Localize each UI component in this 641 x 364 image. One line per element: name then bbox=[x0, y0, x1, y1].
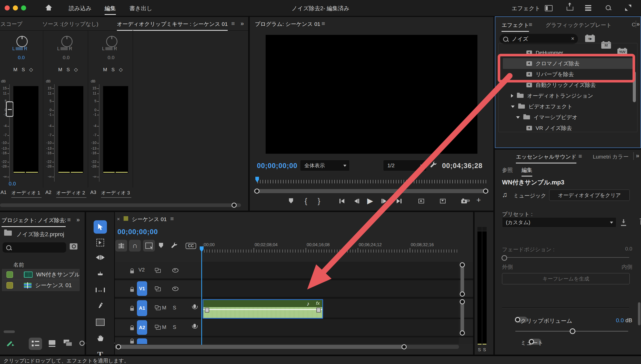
pan-knob[interactable] bbox=[106, 36, 117, 47]
project-item-audio[interactable]: WN付きサンプル bbox=[2, 269, 79, 280]
rubber-band-handle-left[interactable] bbox=[205, 308, 209, 313]
subtab-browse[interactable]: 参照 bbox=[502, 167, 513, 174]
program-mini-ruler[interactable] bbox=[257, 180, 488, 183]
lock-icon[interactable] bbox=[130, 308, 134, 311]
folder-up-icon[interactable] bbox=[4, 231, 12, 236]
accelerated-effects-filter-icon[interactable]: ≡▶ bbox=[585, 35, 595, 42]
icon-view-button[interactable] bbox=[49, 340, 55, 345]
audio-tracks-scrollbar[interactable] bbox=[460, 299, 464, 336]
extract-icon[interactable] bbox=[440, 199, 446, 203]
program-panel-menu-icon[interactable]: ≡ bbox=[322, 20, 325, 27]
add-marker-icon[interactable] bbox=[289, 198, 293, 203]
chevron-down-icon[interactable] bbox=[516, 116, 520, 119]
transport-overflow-icon[interactable]: » bbox=[467, 197, 470, 204]
clip-volume-value[interactable]: 0.0 dB bbox=[616, 317, 632, 324]
clear-audio-type-button[interactable]: オーディオタイプをクリア bbox=[549, 190, 630, 201]
step-back-icon[interactable] bbox=[354, 199, 359, 203]
source-patch-badge[interactable]: A3 bbox=[137, 338, 147, 344]
label-color-swatch[interactable] bbox=[6, 282, 13, 289]
go-to-in-icon[interactable] bbox=[339, 199, 344, 203]
step-forward-icon[interactable] bbox=[382, 199, 386, 203]
effect-item-8[interactable]: VR ノイズ除去 bbox=[503, 123, 633, 132]
lift-icon[interactable] bbox=[418, 199, 424, 203]
sync-lock-icon[interactable] bbox=[156, 287, 161, 291]
zoom-handle-right[interactable] bbox=[402, 344, 407, 349]
mark-out-icon[interactable]: } bbox=[318, 197, 320, 205]
rectangle-tool[interactable] bbox=[86, 319, 114, 326]
track-select-forward-tool[interactable] bbox=[86, 239, 114, 246]
workspace-label[interactable]: エフェクト bbox=[512, 5, 540, 12]
chevron-right-icon[interactable] bbox=[511, 94, 513, 98]
mute-button[interactable]: M bbox=[13, 67, 18, 72]
item-label[interactable]: シーケンス 01 bbox=[35, 282, 72, 289]
program-timecode[interactable]: 00;00;00;00 bbox=[257, 162, 297, 170]
keyframe-icon[interactable] bbox=[29, 67, 34, 72]
tab-lumetri-color[interactable]: Lumetri カラー bbox=[593, 153, 629, 160]
lock-icon[interactable] bbox=[130, 327, 134, 330]
solo-button[interactable]: S bbox=[66, 67, 70, 72]
track-label[interactable]: V2 bbox=[138, 267, 145, 273]
preset-dropdown[interactable]: (カスタム) bbox=[502, 217, 616, 227]
solo-button[interactable]: S bbox=[22, 67, 25, 72]
go-to-out-icon[interactable] bbox=[397, 199, 402, 203]
fader-db-value[interactable]: 0.0 bbox=[9, 181, 16, 187]
playback-resolution-dropdown[interactable]: 1/2 bbox=[383, 160, 427, 171]
effect-item-6[interactable]: ビデオエフェクト bbox=[503, 101, 633, 112]
video-tracks-scrollbar[interactable] bbox=[460, 262, 464, 297]
mute-button[interactable]: M bbox=[58, 67, 63, 72]
fit-dropdown[interactable]: 全体表示 bbox=[300, 160, 350, 171]
sync-lock-icon[interactable] bbox=[156, 269, 161, 273]
program-scrollbar[interactable] bbox=[254, 189, 489, 193]
project-breadcrumb[interactable]: ノイズ除去2.prproj bbox=[16, 231, 64, 238]
label-color-swatch[interactable] bbox=[6, 271, 13, 278]
lock-icon[interactable] bbox=[130, 341, 134, 344]
fader-track[interactable] bbox=[54, 85, 55, 181]
tab-program[interactable]: プログラム: シーケンス 01 bbox=[255, 20, 320, 30]
fullscreen-icon[interactable] bbox=[625, 5, 631, 11]
pan-knob[interactable] bbox=[61, 36, 73, 47]
sync-lock-icon[interactable] bbox=[156, 306, 161, 310]
lock-icon[interactable] bbox=[130, 271, 134, 273]
effects-search-box[interactable]: × bbox=[499, 34, 578, 44]
slip-tool[interactable]: ↔ bbox=[86, 286, 114, 294]
mark-in-icon[interactable]: { bbox=[305, 197, 307, 205]
fade-position-handle[interactable] bbox=[502, 255, 507, 261]
lock-icon[interactable] bbox=[130, 289, 134, 292]
solo-right-button[interactable]: S bbox=[483, 347, 486, 352]
mixer-panel-menu-icon[interactable]: ≡ bbox=[231, 20, 235, 27]
fader-track[interactable] bbox=[9, 85, 10, 181]
share-icon[interactable] bbox=[567, 7, 573, 11]
tab-project[interactable]: プロジェクト: ノイズ除去2 bbox=[2, 217, 66, 227]
tab-graphic-templates[interactable]: グラフィックテンプレート bbox=[546, 22, 612, 29]
timeline-timecode[interactable]: 00;00;00;00 bbox=[117, 228, 158, 236]
toggle-output-eye-icon[interactable] bbox=[172, 268, 178, 273]
clip-volume-rubber-band[interactable] bbox=[203, 309, 322, 310]
freeform-view-button[interactable] bbox=[64, 340, 69, 343]
sync-lock-icon[interactable] bbox=[156, 326, 161, 330]
project-panel-menu-icon[interactable]: ≡ bbox=[67, 216, 71, 223]
clear-search-icon[interactable]: × bbox=[571, 35, 574, 42]
essential-sound-menu-icon[interactable]: ≡ bbox=[578, 153, 582, 160]
source-patch-badge[interactable]: A1 bbox=[137, 300, 147, 316]
effects-panel-menu-icon[interactable]: ≡ bbox=[529, 21, 532, 28]
audio-type-label[interactable]: ミュージック bbox=[513, 192, 546, 199]
keyframe-icon[interactable] bbox=[119, 67, 123, 72]
tab-sequence[interactable]: シーケンス 01 bbox=[132, 216, 167, 225]
save-preset-icon[interactable] bbox=[621, 222, 626, 226]
play-icon[interactable]: ▶ bbox=[367, 196, 373, 205]
essential-overflow-icon[interactable]: » bbox=[636, 152, 639, 159]
solo-left-button[interactable]: S bbox=[478, 347, 481, 352]
quick-actions-icon[interactable] bbox=[585, 5, 591, 11]
add-button-icon[interactable]: + bbox=[476, 196, 481, 204]
generate-keyframes-button[interactable]: キーフレームを生成 bbox=[502, 273, 630, 284]
project-item-sequence[interactable]: シーケンス 01 bbox=[2, 280, 79, 291]
solo-track-button[interactable]: S bbox=[173, 305, 176, 311]
search-bin-icon[interactable] bbox=[70, 243, 77, 249]
effects-search-input[interactable] bbox=[511, 35, 569, 43]
mute-track-button[interactable]: M bbox=[162, 324, 166, 330]
scrollbar-handle[interactable] bbox=[232, 203, 237, 208]
pan-knob[interactable] bbox=[16, 36, 28, 47]
timeline-menu-icon[interactable]: ≡ bbox=[170, 215, 174, 222]
hand-tool[interactable] bbox=[86, 335, 114, 342]
keyframe-icon[interactable] bbox=[74, 67, 78, 72]
